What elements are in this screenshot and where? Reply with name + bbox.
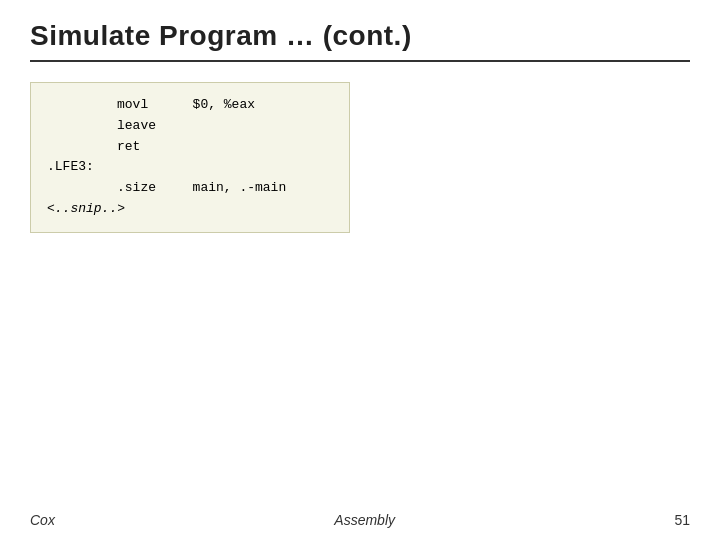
code-instr-2: leave: [117, 116, 177, 137]
code-line-5: .size main, .-main: [47, 178, 333, 199]
footer-page-number: 51: [674, 512, 690, 528]
footer-left-label: Cox: [30, 512, 55, 528]
code-line-4: .LFE3:: [47, 157, 333, 178]
page-title: Simulate Program … (cont.): [30, 20, 690, 52]
code-instr-1: movl: [117, 95, 177, 116]
code-label-4: .LFE3:: [47, 157, 117, 178]
code-block: movl $0, %eax leave ret .LFE3: .size: [30, 82, 350, 233]
code-label-3: [47, 137, 117, 158]
code-instr-4: [117, 157, 177, 178]
footer-center-label: Assembly: [334, 512, 395, 528]
code-instr-3: ret: [117, 137, 177, 158]
code-line-2: leave: [47, 116, 333, 137]
footer: Cox Assembly 51: [30, 512, 690, 528]
code-line-1: movl $0, %eax: [47, 95, 333, 116]
code-ops-5: main, .-main: [177, 178, 286, 199]
title-section: Simulate Program … (cont.): [30, 20, 690, 62]
code-line-3: ret: [47, 137, 333, 158]
code-label-1: [47, 95, 117, 116]
code-label-5: [47, 178, 117, 199]
code-instr-5: .size: [117, 178, 177, 199]
code-ops-1: $0, %eax: [177, 95, 255, 116]
code-label-2: [47, 116, 117, 137]
code-line-6: <..snip..>: [47, 199, 333, 220]
code-label-6: <..snip..>: [47, 199, 125, 220]
page-container: Simulate Program … (cont.) movl $0, %eax…: [0, 0, 720, 540]
